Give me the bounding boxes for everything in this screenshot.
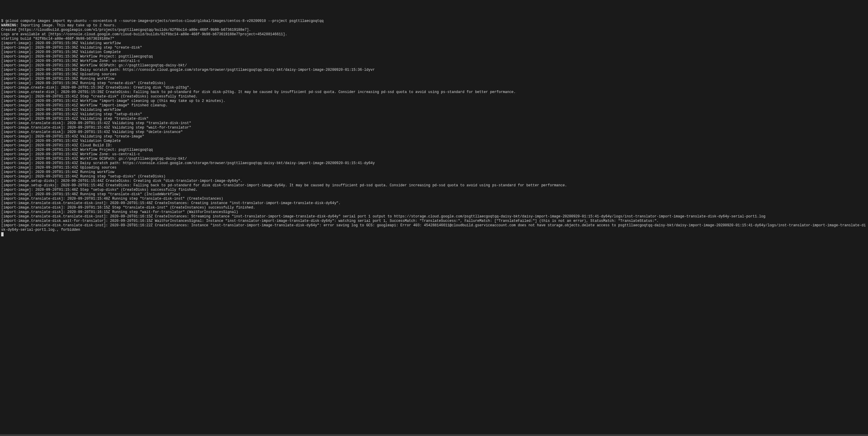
output-lines-container: WARNING: Importing image. This may take … [1, 24, 867, 232]
terminal-line: [import-image]: 2020-09-20T01:15:36Z Wor… [1, 59, 867, 63]
terminal-line: [import-image]: 2020-09-20T01:15:42Z Val… [1, 112, 867, 117]
terminal-line: Created [https://cloudbuild.googleapis.c… [1, 28, 867, 32]
terminal-line: [import-image.translate-disk]: 2020-09-2… [1, 126, 867, 130]
command-line: $ gcloud compute images import my-ubuntu… [1, 19, 867, 24]
terminal-line: Logs are available at [https://console.c… [1, 32, 867, 37]
terminal-line: [import-image]: 2020-09-20T01:15:36Z Wor… [1, 55, 867, 59]
terminal-line: [import-image]: 2020-09-20T01:15:43Z Clo… [1, 143, 867, 148]
terminal-line: [import-image]: 2020-09-20T01:15:36Z Val… [1, 41, 867, 45]
terminal-line: [import-image]: 2020-09-20T01:15:43Z Dai… [1, 161, 867, 166]
terminal-line: [import-image]: 2020-09-20T01:15:41Z Wor… [1, 103, 867, 108]
terminal-line: [import-image]: 2020-09-20T01:15:43Z Val… [1, 134, 867, 139]
terminal-line: [import-image]: 2020-09-20T01:15:48Z Ste… [1, 188, 867, 192]
terminal-line: [import-image.translate-disk]: 2020-09-2… [1, 210, 867, 214]
terminal-line: [import-image]: 2020-09-20T01:15:36Z Run… [1, 81, 867, 86]
terminal-line: [import-image]: 2020-09-20T01:15:36Z Upl… [1, 72, 867, 77]
terminal-line: [import-image]: 2020-09-20T01:15:36Z Val… [1, 45, 867, 50]
terminal-line: [import-image]: 2020-09-20T01:15:36Z Run… [1, 77, 867, 81]
terminal-line: [import-image.translate-disk]: 2020-09-2… [1, 197, 867, 201]
terminal-line: [import-image.translate-disk]: 2020-09-2… [1, 130, 867, 134]
terminal-line: [import-image]: 2020-09-20T01:15:41Z Wor… [1, 99, 867, 103]
terminal-line: [import-image.create-disk]: 2020-09-20T0… [1, 90, 867, 95]
terminal-line: starting build "82f8bc14-a80e-468f-9b98-… [1, 37, 867, 41]
terminal-output[interactable]: $ gcloud compute images import my-ubuntu… [1, 19, 867, 237]
terminal-line: [import-image]: 2020-09-20T01:15:44Z Run… [1, 174, 867, 179]
terminal-line: [import-image]: 2020-09-20T01:15:43Z Wor… [1, 157, 867, 161]
terminal-line: [import-image.translate-disk]: 2020-09-2… [1, 206, 867, 210]
terminal-line: [import-image]: 2020-09-20T01:15:42Z Val… [1, 117, 867, 121]
terminal-line: [import-image]: 2020-09-20T01:15:36Z Dai… [1, 68, 867, 72]
terminal-line: [import-image.translate-disk.translate-d… [1, 201, 867, 206]
terminal-line: [import-image.setup-disks]: 2020-09-20T0… [1, 179, 867, 183]
terminal-line: [import-image.translate-disk.translate-d… [1, 214, 867, 219]
terminal-line: [import-image.translate-disk.wait-for-tr… [1, 219, 867, 223]
terminal-line: [import-image]: 2020-09-20T01:15:41Z Ste… [1, 95, 867, 99]
terminal-line: [import-image]: 2020-09-20T01:15:43Z Val… [1, 139, 867, 143]
terminal-line: [import-image]: 2020-09-20T01:15:44Z Run… [1, 170, 867, 174]
terminal-line: [import-image]: 2020-09-20T01:15:36Z Val… [1, 50, 867, 55]
terminal-line: [import-image]: 2020-09-20T01:15:43Z Wor… [1, 152, 867, 157]
terminal-line: [import-image]: 2020-09-20T01:15:43Z Wor… [1, 148, 867, 152]
terminal-line: [import-image]: 2020-09-20T01:15:42Z Val… [1, 108, 867, 112]
terminal-line: [import-image.create-disk]: 2020-09-20T0… [1, 86, 867, 90]
terminal-line: [import-image]: 2020-09-20T01:15:48Z Run… [1, 192, 867, 197]
terminal-line: [import-image]: 2020-09-20T01:15:36Z Wor… [1, 63, 867, 68]
terminal-line: [import-image.translate-disk.translate-d… [1, 223, 867, 232]
terminal-line: WARNING: Importing image. This may take … [1, 24, 867, 28]
terminal-line: [import-image.translate-disk]: 2020-09-2… [1, 121, 867, 126]
terminal-cursor [1, 232, 4, 236]
terminal-line: [import-image]: 2020-09-20T01:15:43Z Upl… [1, 166, 867, 170]
terminal-line: [import-image.setup-disks]: 2020-09-20T0… [1, 183, 867, 188]
